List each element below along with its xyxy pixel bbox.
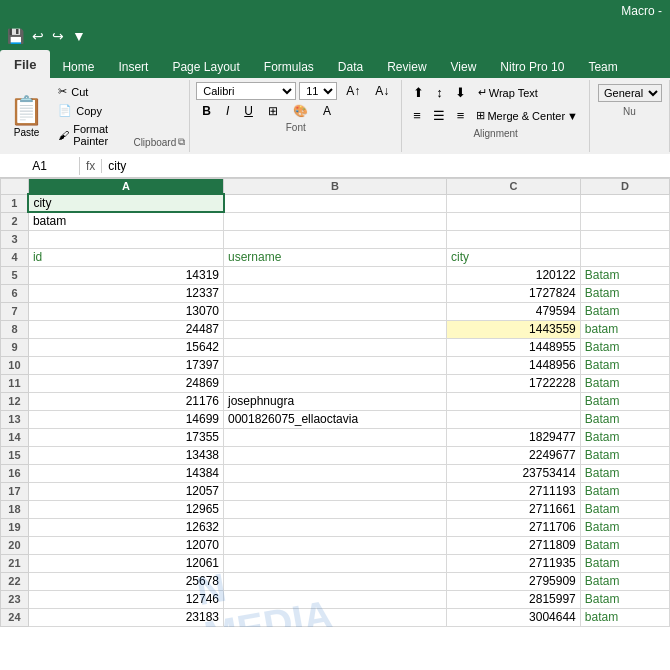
cell-A9[interactable]: 15642: [28, 338, 223, 356]
cell-A11[interactable]: 24869: [28, 374, 223, 392]
format-painter-button[interactable]: 🖌 Format Painter: [53, 120, 129, 150]
border-button[interactable]: ⊞: [262, 102, 284, 120]
wrap-text-button[interactable]: ↵ Wrap Text: [473, 83, 543, 102]
cell-D6[interactable]: Batam: [580, 284, 669, 302]
cell-B20[interactable]: [224, 536, 447, 554]
font-increase-button[interactable]: A↑: [340, 82, 366, 100]
clipboard-expand-icon[interactable]: ⧉: [178, 136, 185, 148]
cell-C6[interactable]: 1727824: [447, 284, 581, 302]
cell-A22[interactable]: 25678: [28, 572, 223, 590]
cell-A4[interactable]: id: [28, 248, 223, 266]
cell-D15[interactable]: Batam: [580, 446, 669, 464]
row-header-20[interactable]: 20: [1, 536, 29, 554]
row-header-19[interactable]: 19: [1, 518, 29, 536]
cell-C9[interactable]: 1448955: [447, 338, 581, 356]
row-header-24[interactable]: 24: [1, 608, 29, 626]
cell-C19[interactable]: 2711706: [447, 518, 581, 536]
cell-C17[interactable]: 2711193: [447, 482, 581, 500]
cell-B10[interactable]: [224, 356, 447, 374]
font-size-select[interactable]: 11: [299, 82, 337, 100]
cell-D12[interactable]: Batam: [580, 392, 669, 410]
font-family-select[interactable]: Calibri: [196, 82, 296, 100]
row-header-7[interactable]: 7: [1, 302, 29, 320]
copy-button[interactable]: 📄 Copy: [53, 101, 129, 120]
cell-A18[interactable]: 12965: [28, 500, 223, 518]
cell-A12[interactable]: 21176: [28, 392, 223, 410]
cell-C15[interactable]: 2249677: [447, 446, 581, 464]
merge-center-button[interactable]: ⊞ Merge & Center ▼: [471, 106, 583, 125]
col-header-A[interactable]: A: [28, 179, 223, 195]
tab-page-layout[interactable]: Page Layout: [160, 56, 251, 78]
cell-D1[interactable]: [580, 194, 669, 212]
row-header-12[interactable]: 12: [1, 392, 29, 410]
cell-B9[interactable]: [224, 338, 447, 356]
bold-button[interactable]: B: [196, 102, 217, 120]
formula-input[interactable]: [102, 157, 670, 175]
cell-A21[interactable]: 12061: [28, 554, 223, 572]
row-header-3[interactable]: 3: [1, 230, 29, 248]
cell-B22[interactable]: [224, 572, 447, 590]
cell-D3[interactable]: [580, 230, 669, 248]
cell-C1[interactable]: [447, 194, 581, 212]
cell-D11[interactable]: Batam: [580, 374, 669, 392]
cell-D9[interactable]: Batam: [580, 338, 669, 356]
tab-nitro[interactable]: Nitro Pro 10: [488, 56, 576, 78]
cut-button[interactable]: ✂ Cut: [53, 82, 129, 101]
cell-B19[interactable]: [224, 518, 447, 536]
cell-reference[interactable]: A1: [0, 157, 80, 175]
tab-review[interactable]: Review: [375, 56, 438, 78]
cell-C11[interactable]: 1722228: [447, 374, 581, 392]
fill-color-button[interactable]: 🎨: [287, 102, 314, 120]
tab-view[interactable]: View: [439, 56, 489, 78]
cell-B18[interactable]: [224, 500, 447, 518]
row-header-11[interactable]: 11: [1, 374, 29, 392]
tab-data[interactable]: Data: [326, 56, 375, 78]
cell-B2[interactable]: [224, 212, 447, 230]
cell-C16[interactable]: 23753414: [447, 464, 581, 482]
cell-A5[interactable]: 14319: [28, 266, 223, 284]
cell-C5[interactable]: 120122: [447, 266, 581, 284]
cell-A20[interactable]: 12070: [28, 536, 223, 554]
undo-button[interactable]: ↩: [29, 26, 47, 46]
cell-D23[interactable]: Batam: [580, 590, 669, 608]
cell-A19[interactable]: 12632: [28, 518, 223, 536]
row-header-2[interactable]: 2: [1, 212, 29, 230]
cell-D7[interactable]: Batam: [580, 302, 669, 320]
cell-A8[interactable]: 24487: [28, 320, 223, 338]
tab-file[interactable]: File: [0, 50, 50, 78]
cell-C13[interactable]: [447, 410, 581, 428]
cell-B21[interactable]: [224, 554, 447, 572]
number-format-select[interactable]: General: [598, 84, 662, 102]
cell-C14[interactable]: 1829477: [447, 428, 581, 446]
cell-B15[interactable]: [224, 446, 447, 464]
cell-C12[interactable]: [447, 392, 581, 410]
cell-C7[interactable]: 479594: [447, 302, 581, 320]
cell-C2[interactable]: [447, 212, 581, 230]
align-right-button[interactable]: ≡: [452, 105, 470, 126]
row-header-22[interactable]: 22: [1, 572, 29, 590]
cell-D19[interactable]: Batam: [580, 518, 669, 536]
align-center-button[interactable]: ☰: [428, 105, 450, 126]
cell-C22[interactable]: 2795909: [447, 572, 581, 590]
align-top-button[interactable]: ⬆: [408, 82, 429, 103]
row-header-13[interactable]: 13: [1, 410, 29, 428]
tab-team[interactable]: Team: [576, 56, 629, 78]
cell-D2[interactable]: [580, 212, 669, 230]
cell-D24[interactable]: batam: [580, 608, 669, 626]
cell-A2[interactable]: batam: [28, 212, 223, 230]
merge-dropdown-icon[interactable]: ▼: [567, 110, 578, 122]
cell-D17[interactable]: Batam: [580, 482, 669, 500]
cell-D21[interactable]: Batam: [580, 554, 669, 572]
cell-C18[interactable]: 2711661: [447, 500, 581, 518]
cell-A24[interactable]: 23183: [28, 608, 223, 626]
cell-D20[interactable]: Batam: [580, 536, 669, 554]
cell-D16[interactable]: Batam: [580, 464, 669, 482]
redo-button[interactable]: ↪: [49, 26, 67, 46]
cell-B11[interactable]: [224, 374, 447, 392]
cell-A14[interactable]: 17355: [28, 428, 223, 446]
cell-A10[interactable]: 17397: [28, 356, 223, 374]
cell-B13[interactable]: 0001826075_ellaoctavia: [224, 410, 447, 428]
cell-C21[interactable]: 2711935: [447, 554, 581, 572]
cell-A13[interactable]: 14699: [28, 410, 223, 428]
cell-D13[interactable]: Batam: [580, 410, 669, 428]
